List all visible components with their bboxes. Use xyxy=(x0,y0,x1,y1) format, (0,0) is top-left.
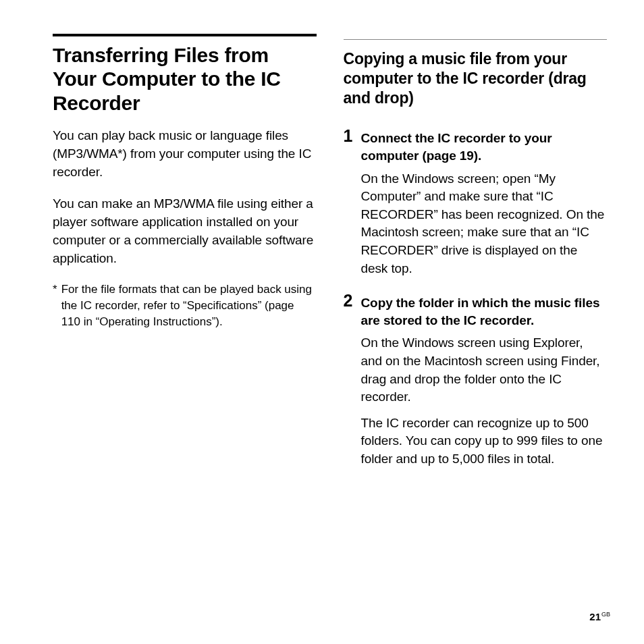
step-number: 2 xyxy=(344,292,356,476)
right-column: Copying a music file from your computer … xyxy=(344,34,608,483)
intro-paragraph-1: You can play back music or language file… xyxy=(53,127,317,182)
footnote-text: For the file formats that can be played … xyxy=(61,281,317,329)
page-number: 21GB xyxy=(589,611,610,622)
step-title: Copy the folder in which the music files… xyxy=(361,294,608,329)
step-1: 1 Connect the IC recorder to your comput… xyxy=(344,128,608,286)
intro-paragraph-2: You can make an MP3/WMA file using eithe… xyxy=(53,195,317,268)
section-rule-thin xyxy=(344,39,608,40)
step-title: Connect the IC recorder to your computer… xyxy=(361,130,608,164)
subsection-title: Copying a music file from your computer … xyxy=(344,49,608,107)
page-number-value: 21 xyxy=(589,611,601,622)
step-content: Copy the folder in which the music files… xyxy=(361,292,608,476)
page-columns: Transferring Files from Your Computer to… xyxy=(53,34,607,483)
step-2: 2 Copy the folder in which the music fil… xyxy=(344,292,608,476)
section-rule-thick xyxy=(53,34,317,36)
step-number: 1 xyxy=(344,128,356,286)
page-lang: GB xyxy=(601,611,610,618)
left-column: Transferring Files from Your Computer to… xyxy=(53,34,317,483)
section-title: Transferring Files from Your Computer to… xyxy=(53,43,317,115)
step-content: Connect the IC recorder to your computer… xyxy=(361,128,608,286)
step-body: On the Windows screen; open “My Computer… xyxy=(361,170,608,278)
footnote: * For the file formats that can be playe… xyxy=(53,281,317,329)
footnote-marker: * xyxy=(53,281,57,329)
step-body: The IC recorder can recognize up to 500 … xyxy=(361,414,608,468)
step-body: On the Windows screen using Explorer, an… xyxy=(361,334,608,406)
